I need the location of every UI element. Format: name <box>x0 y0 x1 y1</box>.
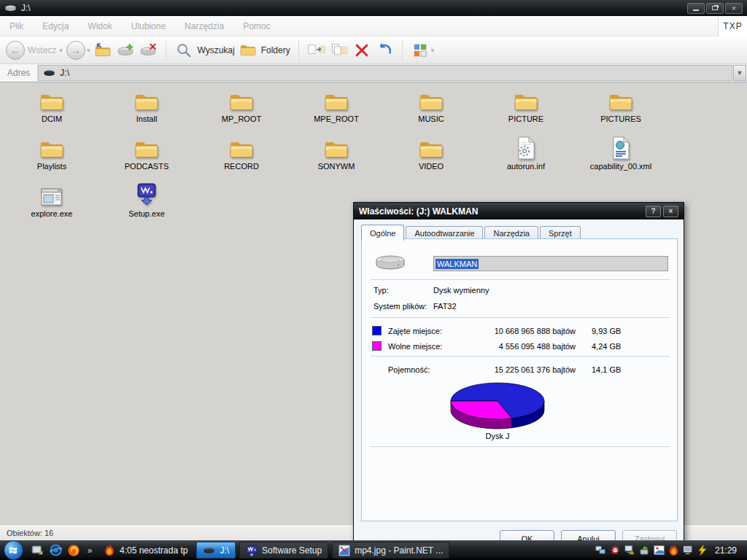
tray-item[interactable] <box>654 545 665 556</box>
quick-launch-overflow[interactable]: » <box>82 542 98 559</box>
forward-caret-icon[interactable]: ▾ <box>87 47 90 54</box>
tray-item[interactable] <box>624 545 635 556</box>
folder-icon <box>323 87 349 113</box>
tray-item[interactable] <box>595 545 606 556</box>
walkman-setup-icon <box>135 182 158 208</box>
delete-button[interactable] <box>352 40 371 61</box>
menu-item[interactable]: Narzędzia <box>175 21 233 31</box>
menu-bar: PlikEdycjaWidokUlubioneNarzędziaPomoc <box>0 16 747 36</box>
dialog-tab[interactable]: Ogólne <box>361 225 404 241</box>
address-dropdown-button[interactable]: ▼ <box>733 65 746 81</box>
task-button[interactable]: mp4.jpg - Paint.NET ... <box>332 542 449 559</box>
views-button[interactable]: ▾ <box>411 40 435 61</box>
address-bar: Adres J:\ ▼ <box>0 64 747 82</box>
file-item[interactable]: Playlists <box>7 134 96 182</box>
folder-icon <box>228 87 255 113</box>
undo-button[interactable] <box>375 40 394 61</box>
menu-item[interactable]: Pomoc <box>233 21 279 31</box>
explorer-titlebar: J:\ × <box>0 0 747 16</box>
folder-icon <box>323 134 349 160</box>
up-folder-button[interactable] <box>93 40 112 61</box>
views-caret-icon[interactable]: ▾ <box>431 47 435 54</box>
tray-item[interactable] <box>610 545 621 556</box>
back-label: Wstecz <box>28 45 56 55</box>
address-value: J:\ <box>60 68 69 78</box>
file-item[interactable]: MPE_ROOT <box>292 87 381 134</box>
taskbar: » 4:05 neostrada tp J:\ Software Setup m… <box>0 540 747 560</box>
start-button[interactable] <box>4 540 23 560</box>
volume-label-input[interactable]: WALKMAN <box>433 256 668 271</box>
back-button[interactable]: ← Wstecz ▾ <box>6 41 63 60</box>
quick-launch-item[interactable] <box>47 542 63 559</box>
minimize-button[interactable] <box>687 3 705 14</box>
type-label: Typ: <box>374 286 389 295</box>
menu-item[interactable]: Plik <box>0 21 33 31</box>
menu-item[interactable]: Ulubione <box>122 21 175 31</box>
dialog-close-button[interactable]: × <box>663 206 678 217</box>
separator <box>371 279 670 280</box>
capacity-size: 14,1 GB <box>592 365 621 374</box>
folders-button[interactable]: Foldery <box>239 40 290 61</box>
address-input[interactable]: J:\ <box>38 65 732 81</box>
file-item[interactable]: Setup.exe <box>102 182 191 229</box>
windows-flag-icon <box>7 544 20 556</box>
tray-item[interactable] <box>639 545 650 556</box>
file-item[interactable]: DCIM <box>7 87 96 134</box>
menu-item[interactable]: Widok <box>78 21 121 31</box>
file-item[interactable]: explore.exe <box>7 182 96 229</box>
folder-icon <box>418 134 444 160</box>
file-item[interactable]: PICTURE <box>481 87 570 134</box>
file-label: Setup.exe <box>128 209 165 218</box>
file-item[interactable]: Install <box>102 87 191 134</box>
file-label: VIDEO <box>419 162 444 171</box>
folder-icon <box>133 134 160 160</box>
file-item[interactable]: MUSIC <box>387 87 476 134</box>
task-icon <box>338 545 350 556</box>
connection-status-item[interactable]: 4:05 neostrada tp <box>98 542 196 559</box>
restore-button[interactable] <box>706 3 724 14</box>
file-item[interactable]: PICTURES <box>576 87 665 134</box>
task-button[interactable]: Software Setup <box>239 542 328 559</box>
task-button[interactable]: J:\ <box>196 542 236 559</box>
file-item[interactable]: PODCASTS <box>102 134 191 182</box>
pie-chart-caption: Dysk J <box>436 432 560 440</box>
quick-launch <box>29 542 82 559</box>
file-item[interactable]: VIDEO <box>387 134 476 182</box>
disconnect-drive-button[interactable] <box>139 40 158 61</box>
folder-icon <box>608 87 634 113</box>
back-caret-icon[interactable]: ▾ <box>59 47 63 54</box>
task-buttons: J:\ Software Setup mp4.jpg - Paint.NET .… <box>196 542 453 559</box>
folder-icon <box>39 87 65 113</box>
file-item[interactable]: SONYWM <box>292 134 381 182</box>
search-button[interactable]: Wyszukaj <box>174 40 234 61</box>
menu-item[interactable]: Edycja <box>33 21 78 31</box>
tray-item[interactable] <box>683 545 694 556</box>
tray-item[interactable] <box>668 545 679 556</box>
general-tab-page: WALKMAN Typ: Dysk wymienny System plików… <box>361 238 678 521</box>
close-button[interactable]: × <box>725 3 743 14</box>
file-label: DCIM <box>42 114 62 123</box>
forward-button[interactable]: → ▾ <box>66 41 90 60</box>
separator <box>371 446 670 447</box>
theme-badge: TXP <box>718 16 747 36</box>
file-item[interactable]: capability_00.xml <box>576 134 665 182</box>
folders-icon <box>239 40 258 61</box>
toolbar-separator <box>298 40 299 61</box>
quick-launch-item[interactable] <box>66 542 82 559</box>
usage-row: Zajęte miejsce: 10 668 965 888 bajtów 9,… <box>372 323 621 338</box>
file-item[interactable]: autorun.inf <box>481 134 570 182</box>
forward-arrow-icon: → <box>66 41 85 60</box>
tray-item[interactable] <box>697 545 708 556</box>
toolbar-separator <box>166 40 166 61</box>
window-title: J:\ <box>21 3 31 13</box>
map-drive-button[interactable] <box>116 40 135 61</box>
file-item[interactable]: RECORD <box>197 134 286 182</box>
help-button[interactable]: ? <box>646 206 661 217</box>
folder-icon <box>133 87 160 113</box>
address-label: Adres <box>0 64 38 82</box>
file-item[interactable]: MP_ROOT <box>197 87 286 134</box>
copy-to-button[interactable] <box>330 40 349 61</box>
file-label: Playlists <box>37 162 66 171</box>
quick-launch-item[interactable] <box>29 542 45 559</box>
move-to-button[interactable] <box>307 40 326 61</box>
